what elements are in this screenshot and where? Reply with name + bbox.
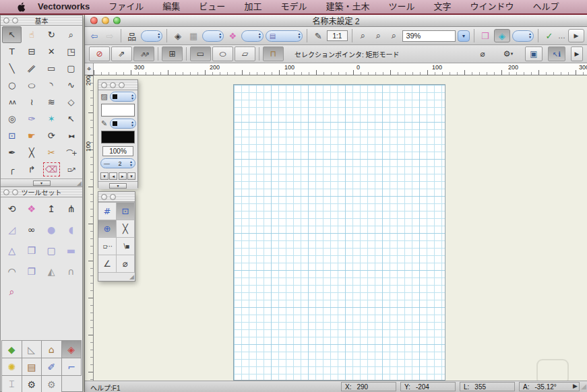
polygon-tool[interactable]: ∧∧	[2, 94, 22, 110]
category-dims[interactable]: ◺	[22, 341, 42, 358]
category-gear[interactable]: ⚙	[42, 376, 62, 392]
fill-color-swatch[interactable]	[101, 104, 135, 117]
line-tool[interactable]: ╲	[2, 60, 22, 77]
palette-resize-grip[interactable]: ◢	[77, 180, 82, 187]
new-view-pane-button[interactable]: ❒	[478, 29, 492, 42]
interactive-scaling-mode-button[interactable]: ⊞	[162, 46, 183, 61]
cube-tool[interactable]: ❒	[22, 240, 41, 261]
pen-tool[interactable]: ✒	[2, 144, 22, 161]
saddle-tool[interactable]: ∩	[61, 261, 81, 282]
pen-color-swatch[interactable]	[101, 131, 135, 143]
offset-tool[interactable]: ▫↗	[61, 161, 81, 178]
zoom-level-field[interactable]: 39%	[402, 30, 456, 42]
render-zoom-tool[interactable]: ⌕	[2, 282, 22, 302]
saved-views-combo[interactable]: ▴▾	[141, 30, 162, 42]
document-combo[interactable]: ▤▴▾	[266, 30, 303, 42]
selection-tool[interactable]: ↖	[2, 26, 22, 43]
scale-indicator[interactable]: 1:1	[327, 30, 347, 41]
circle-tool[interactable]: ○	[2, 77, 22, 94]
category-terrain[interactable]: ◆	[2, 341, 22, 358]
fillet-tool[interactable]: ╭	[2, 161, 22, 178]
palette-zoom-button[interactable]	[119, 82, 125, 88]
sphere-tool[interactable]: ●	[42, 219, 61, 240]
object-snap[interactable]: ⊡	[117, 203, 135, 220]
spiral-tool[interactable]: ◎	[2, 110, 22, 127]
polyline-tool[interactable]: ≀	[22, 94, 41, 110]
edge-snap[interactable]: ∖▪	[117, 238, 135, 255]
corner-snap[interactable]: ∠	[98, 255, 117, 273]
translate-view-tool[interactable]: ◳	[61, 43, 81, 60]
text-tool[interactable]: T	[2, 43, 22, 60]
cone-tool[interactable]: △	[2, 240, 22, 261]
fillet-radius-tool[interactable]: ⌒+	[61, 144, 81, 161]
drawing-canvas[interactable]	[94, 75, 587, 381]
rectangle-marquee-mode-button[interactable]: ▭	[190, 46, 211, 61]
apple-menu[interactable]	[8, 0, 28, 13]
clip-tool[interactable]: ✂	[42, 144, 61, 161]
arc-tool[interactable]: ◝	[42, 77, 61, 94]
eyedropper-tool[interactable]: ✑	[22, 110, 41, 127]
window-resize-grip[interactable]: ◢	[581, 383, 586, 390]
category-furniture[interactable]: ▤	[22, 358, 42, 376]
full-drag-mode-button[interactable]: ⇗⇗	[133, 46, 154, 61]
render-combo[interactable]: ▴▾	[512, 30, 534, 42]
pen-style-combo[interactable]: ▴▾	[110, 119, 136, 129]
end-marker-button[interactable]: ▸	[119, 172, 127, 180]
rectangle-tool[interactable]: ▭	[42, 60, 61, 77]
intersection-snap[interactable]: ╳	[117, 220, 135, 238]
category-building[interactable]: ⌂	[42, 341, 62, 358]
menu-window[interactable]: ウインドウ	[460, 0, 523, 13]
working-plane-tool[interactable]: ❖	[22, 198, 41, 219]
fill-style-combo[interactable]: ▴▾	[110, 92, 136, 102]
line-weight-combo[interactable]: — 2 ▴▾	[100, 158, 135, 168]
working-plane-button[interactable]: ❖	[226, 29, 239, 42]
hemisphere-tool[interactable]: ◖	[61, 219, 81, 240]
window-titlebar[interactable]: 名称未設定 2	[85, 15, 587, 27]
tangent-snap[interactable]: ⌀	[117, 255, 135, 273]
extrude-tool[interactable]: ↥	[42, 198, 61, 219]
menu-file[interactable]: ファイル	[99, 0, 153, 13]
saved-views-button[interactable]: 品	[125, 29, 139, 42]
line-style-button[interactable]: ✎	[311, 29, 325, 42]
distance-snap[interactable]: ▫⋯	[98, 238, 117, 255]
polygon-marquee-mode-button[interactable]: ▱	[235, 46, 255, 61]
angle-snap[interactable]: ⊕	[98, 220, 117, 238]
palette-more-button[interactable]: ▾	[109, 183, 127, 189]
trim-tool[interactable]: ╳	[22, 144, 41, 161]
mirror-tool[interactable]: ▸◂	[61, 127, 81, 144]
fit-objects-zoom-button[interactable]: ⌕	[371, 29, 385, 42]
rotate-tool[interactable]: ⟳	[42, 127, 61, 144]
zoom-dropdown-button[interactable]: ▾	[458, 30, 470, 42]
category-structural[interactable]: ⌶	[2, 376, 22, 392]
opacity-field[interactable]: 100%	[102, 146, 133, 156]
palette-titlebar[interactable]	[98, 192, 135, 202]
no-interactive-mode-button[interactable]: ⊘	[89, 46, 110, 61]
slab-tool[interactable]: ▬	[61, 240, 81, 261]
marker-dropdown-button[interactable]: ▾	[100, 172, 109, 180]
zoom-button[interactable]: ⌕	[387, 29, 400, 42]
drawing-page-grid[interactable]	[233, 84, 445, 381]
menu-help[interactable]: ヘルプ	[523, 0, 568, 13]
axis-3d-tool[interactable]: ⋔	[61, 198, 81, 219]
transform-tool[interactable]: ⊡	[2, 127, 22, 144]
fit-page-zoom-button[interactable]: ⌕	[356, 29, 369, 42]
layered-cone-tool[interactable]: ◭	[42, 261, 61, 282]
menu-edit[interactable]: 編集	[153, 0, 189, 13]
quick-preferences-button[interactable]: ⚙▾	[497, 46, 520, 61]
flyover-button[interactable]: ◈	[494, 29, 510, 42]
rounded-cube-tool[interactable]: ▢	[42, 240, 61, 261]
palette-close-button[interactable]	[101, 82, 107, 88]
modebar-expand-button[interactable]: ▶	[571, 46, 583, 61]
layer-combo[interactable]: ▴▾	[202, 30, 224, 42]
marker-dropdown-button[interactable]: ▾	[127, 172, 135, 180]
lasso-marquee-mode-button[interactable]: ○	[212, 46, 233, 61]
forward-button[interactable]: ⇨	[103, 29, 117, 42]
box-3d-tool[interactable]: ❐	[22, 261, 41, 282]
palette-titlebar[interactable]: 基本	[1, 15, 82, 26]
palette-collapse-button[interactable]	[110, 194, 116, 200]
reshape-tool[interactable]: ☛	[22, 127, 41, 144]
layers-button[interactable]: ◈	[171, 29, 185, 42]
symbol-insertion-mode-button[interactable]: ⊓	[263, 46, 284, 61]
spline-tool[interactable]: ≋	[42, 94, 61, 110]
category-visualization[interactable]: ✺	[2, 358, 22, 376]
